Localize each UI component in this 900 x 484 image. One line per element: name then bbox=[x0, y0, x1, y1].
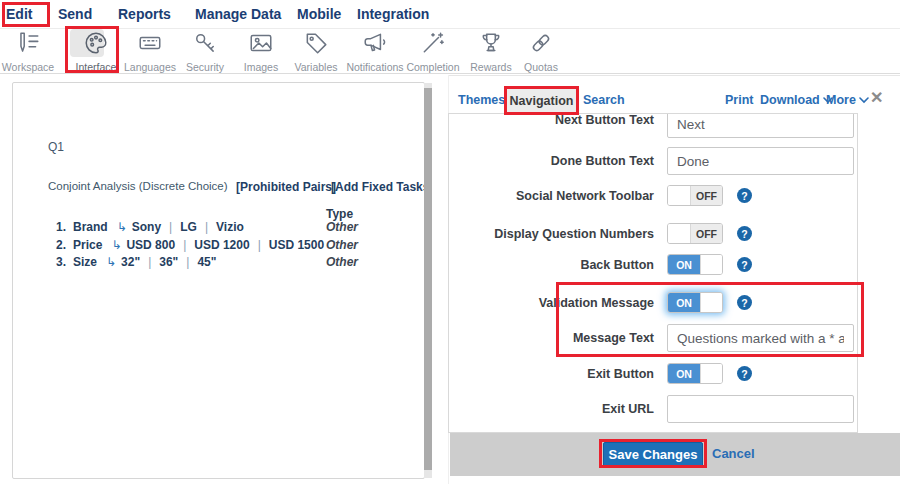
wand-icon bbox=[420, 30, 446, 56]
preview-scrollbar[interactable] bbox=[424, 83, 432, 478]
nav-item-mobile[interactable]: Mobile bbox=[297, 6, 341, 22]
survey-preview-panel: Q1 Conjoint Analysis (Discrete Choice) [… bbox=[12, 82, 425, 479]
social-network-toolbar-toggle[interactable]: OFF bbox=[667, 185, 723, 206]
palette-icon bbox=[83, 30, 109, 56]
tab-navigation[interactable]: Navigation bbox=[507, 89, 576, 113]
print-link[interactable]: Print bbox=[725, 93, 753, 107]
message-text-input[interactable] bbox=[667, 324, 854, 352]
help-icon[interactable]: ? bbox=[737, 366, 752, 381]
field-label: Social Network Toolbar bbox=[516, 189, 654, 203]
field-label: Exit Button bbox=[587, 367, 654, 381]
nav-item-reports[interactable]: Reports bbox=[118, 6, 171, 22]
done-button-text-input[interactable] bbox=[667, 147, 854, 175]
tab-search[interactable]: Search bbox=[583, 93, 625, 107]
form-row: Done Button Text bbox=[449, 147, 857, 177]
modal-footer: Save Changes Cancel bbox=[450, 433, 900, 476]
prohibited-pairs-link[interactable]: [Prohibited Pairs] bbox=[236, 180, 336, 194]
back-button-toggle[interactable]: ON bbox=[667, 254, 723, 275]
megaphone-icon bbox=[362, 30, 388, 56]
field-label: Display Question Numbers bbox=[494, 227, 654, 241]
form-row: Message Text bbox=[449, 324, 857, 354]
form-row: Validation Message ON ? bbox=[449, 292, 857, 322]
field-label: Message Text bbox=[573, 331, 654, 345]
exit-button-toggle[interactable]: ON bbox=[667, 363, 723, 384]
form-row: Next Button Text bbox=[449, 113, 857, 140]
help-icon[interactable]: ? bbox=[737, 257, 752, 272]
tag-icon bbox=[303, 30, 329, 56]
attribute-row: 1.Brand↳Sony|LG|Vizio bbox=[56, 220, 244, 234]
type-column-header: Type bbox=[326, 207, 353, 221]
toolbar-item-quotas[interactable]: Quotas bbox=[505, 30, 577, 73]
attribute-row: 3.Size↳32"|36"|45" bbox=[56, 255, 216, 269]
field-label: Exit URL bbox=[602, 402, 654, 416]
chain-icon bbox=[528, 30, 554, 56]
add-fixed-tasks-link[interactable]: [Add Fixed Tasks bbox=[331, 180, 425, 194]
form-row: Social Network Toolbar OFF ? bbox=[449, 185, 857, 215]
field-label: Back Button bbox=[580, 258, 654, 272]
form-row: Back Button ON ? bbox=[449, 254, 857, 284]
field-label: Validation Message bbox=[539, 296, 654, 310]
attribute-row: 2.Price↳USD 800|USD 1200|USD 1500 bbox=[56, 238, 324, 252]
toolbar-divider bbox=[0, 73, 900, 74]
keyboard-icon bbox=[137, 30, 163, 56]
exit-url-input[interactable] bbox=[667, 395, 854, 423]
key-icon bbox=[192, 30, 218, 56]
row-type: Other bbox=[326, 220, 358, 234]
row-type: Other bbox=[326, 238, 358, 252]
close-icon[interactable]: ✕ bbox=[870, 88, 883, 107]
tab-themes[interactable]: Themes bbox=[458, 93, 505, 107]
more-link[interactable]: More bbox=[826, 93, 869, 107]
chevron-down-icon bbox=[859, 97, 869, 104]
workspace-icon bbox=[15, 30, 41, 56]
form-row: Exit Button ON ? bbox=[449, 363, 857, 393]
scrollbar-thumb[interactable] bbox=[424, 88, 432, 470]
nav-item-manage-data[interactable]: Manage Data bbox=[195, 6, 281, 22]
branch-arrow-icon: ↳ bbox=[111, 238, 121, 252]
nav-item-integration[interactable]: Integration bbox=[357, 6, 429, 22]
navigation-settings-form: Next Button Text Done Button Text Social… bbox=[448, 113, 858, 433]
save-changes-button[interactable]: Save Changes bbox=[603, 442, 703, 467]
trophy-icon bbox=[478, 30, 504, 56]
field-label: Next Button Text bbox=[555, 113, 654, 127]
nav-item-send[interactable]: Send bbox=[58, 6, 92, 22]
help-icon[interactable]: ? bbox=[737, 295, 752, 310]
question-code: Q1 bbox=[48, 140, 64, 154]
validation-message-toggle[interactable]: ON bbox=[667, 292, 723, 313]
field-label: Done Button Text bbox=[551, 154, 654, 168]
cancel-button[interactable]: Cancel bbox=[712, 446, 755, 461]
form-row: Display Question Numbers OFF ? bbox=[449, 223, 857, 253]
branch-arrow-icon: ↳ bbox=[117, 220, 127, 234]
toolbar-item-workspace[interactable]: Workspace bbox=[0, 30, 64, 73]
form-row: Exit URL bbox=[449, 395, 857, 425]
display-question-numbers-toggle[interactable]: OFF bbox=[667, 223, 723, 244]
help-icon[interactable]: ? bbox=[737, 188, 752, 203]
next-button-text-input[interactable] bbox=[667, 113, 854, 138]
question-title: Conjoint Analysis (Discrete Choice) bbox=[48, 180, 228, 192]
image-icon bbox=[248, 30, 274, 56]
row-type: Other bbox=[326, 255, 358, 269]
modal-top-edge bbox=[449, 75, 900, 76]
branch-arrow-icon: ↳ bbox=[106, 255, 116, 269]
nav-divider bbox=[0, 28, 900, 29]
nav-item-edit[interactable]: Edit bbox=[6, 6, 32, 27]
download-link[interactable]: Download bbox=[760, 93, 833, 107]
help-icon[interactable]: ? bbox=[737, 226, 752, 241]
